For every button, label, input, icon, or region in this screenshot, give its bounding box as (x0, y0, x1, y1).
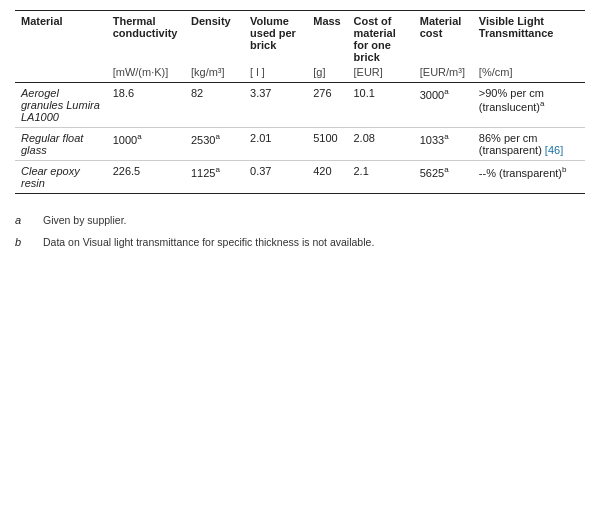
footnote-b-letter: b (15, 236, 33, 248)
footnote-a: a Given by supplier. (15, 214, 585, 226)
cell-material: Clear epoxy resin (15, 161, 107, 194)
cell-cost: 2.08 (348, 128, 414, 161)
subheader-visible: [%/cm] (473, 65, 585, 83)
cell-density: 1125a (185, 161, 244, 194)
cell-thermal: 18.6 (107, 83, 185, 128)
subheader-volume: [ l ] (244, 65, 307, 83)
col-header-material: Material (15, 11, 107, 66)
subheader-matcost: [EUR/m³] (414, 65, 473, 83)
cell-visible: >90% per cm (translucent)a (473, 83, 585, 128)
cell-matcost: 5625a (414, 161, 473, 194)
subheader-material (15, 65, 107, 83)
materials-table: Material Thermal conductivity Density Vo… (15, 10, 585, 194)
footnotes-section: a Given by supplier. b Data on Visual li… (15, 214, 585, 248)
subheader-mass: [g] (307, 65, 347, 83)
header-row-1: Material Thermal conductivity Density Vo… (15, 11, 585, 66)
footnote-a-text: Given by supplier. (43, 214, 126, 226)
cell-mass: 420 (307, 161, 347, 194)
cell-thermal: 1000a (107, 128, 185, 161)
col-header-visible: Visible Light Transmittance (473, 11, 585, 66)
cell-density: 82 (185, 83, 244, 128)
cell-mass: 276 (307, 83, 347, 128)
cell-volume: 3.37 (244, 83, 307, 128)
col-header-mass: Mass (307, 11, 347, 66)
reference-link-46[interactable]: [46] (545, 144, 563, 156)
col-header-cost: Cost of material for one brick (348, 11, 414, 66)
header-row-2: [mW/(m·K)] [kg/m³] [ l ] [g] [EUR] [EUR/… (15, 65, 585, 83)
col-header-density: Density (185, 11, 244, 66)
col-header-matcost: Material cost (414, 11, 473, 66)
cell-volume: 2.01 (244, 128, 307, 161)
table-row: Clear epoxy resin226.51125a0.374202.1562… (15, 161, 585, 194)
cell-cost: 10.1 (348, 83, 414, 128)
footnote-b-text: Data on Visual light transmittance for s… (43, 236, 374, 248)
col-header-thermal: Thermal conductivity (107, 11, 185, 66)
table-row: Regular float glass1000a2530a2.0151002.0… (15, 128, 585, 161)
cell-volume: 0.37 (244, 161, 307, 194)
subheader-density: [kg/m³] (185, 65, 244, 83)
subheader-cost: [EUR] (348, 65, 414, 83)
cell-visible: 86% per cm (transparent) [46] (473, 128, 585, 161)
cell-thermal: 226.5 (107, 161, 185, 194)
footnote-a-letter: a (15, 214, 33, 226)
cell-density: 2530a (185, 128, 244, 161)
cell-material: Regular float glass (15, 128, 107, 161)
cell-visible: --% (transparent)b (473, 161, 585, 194)
cell-material: Aerogel granules Lumira LA1000 (15, 83, 107, 128)
table-row: Aerogel granules Lumira LA100018.6823.37… (15, 83, 585, 128)
col-header-volume: Volume used per brick (244, 11, 307, 66)
cell-mass: 5100 (307, 128, 347, 161)
cell-matcost: 3000a (414, 83, 473, 128)
subheader-thermal: [mW/(m·K)] (107, 65, 185, 83)
cell-matcost: 1033a (414, 128, 473, 161)
cell-cost: 2.1 (348, 161, 414, 194)
footnote-b: b Data on Visual light transmittance for… (15, 236, 585, 248)
